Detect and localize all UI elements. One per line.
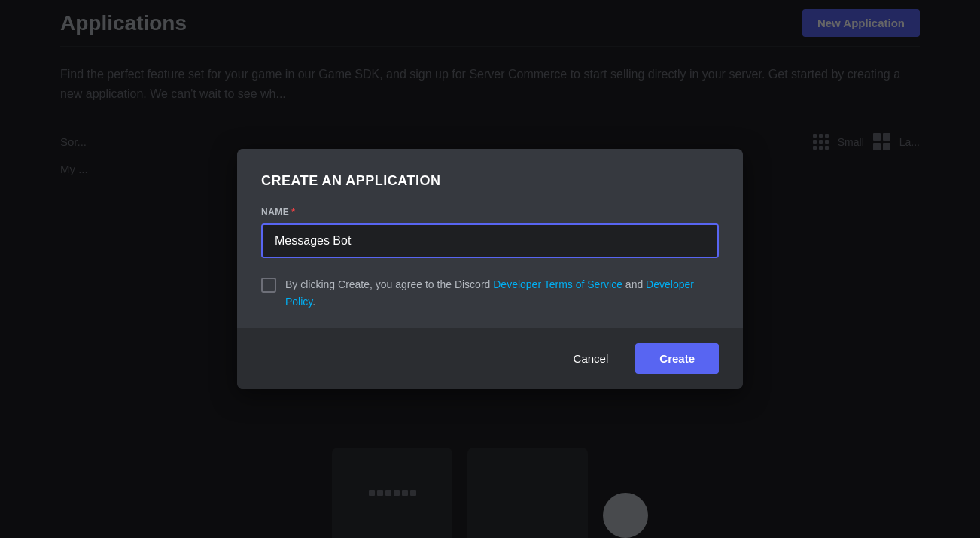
terms-checkbox[interactable]: [261, 278, 276, 293]
developer-terms-link[interactable]: Developer Terms of Service: [493, 278, 622, 290]
modal-title: CREATE AN APPLICATION: [261, 173, 719, 189]
modal-footer: Cancel Create: [237, 328, 743, 389]
agree-text: By clicking Create, you agree to the Dis…: [285, 276, 719, 310]
create-application-modal: CREATE AN APPLICATION NAME* By clicking …: [237, 149, 743, 389]
modal-overlay: CREATE AN APPLICATION NAME* By clicking …: [0, 0, 980, 538]
name-field-label: NAME*: [261, 207, 719, 217]
modal-body: CREATE AN APPLICATION NAME* By clicking …: [237, 149, 743, 328]
create-button[interactable]: Create: [635, 343, 719, 374]
name-field-group: NAME*: [261, 207, 719, 258]
terms-checkbox-row: By clicking Create, you agree to the Dis…: [261, 276, 719, 310]
app-name-input[interactable]: [261, 223, 719, 258]
cancel-button[interactable]: Cancel: [558, 345, 624, 372]
required-indicator: *: [291, 207, 295, 217]
